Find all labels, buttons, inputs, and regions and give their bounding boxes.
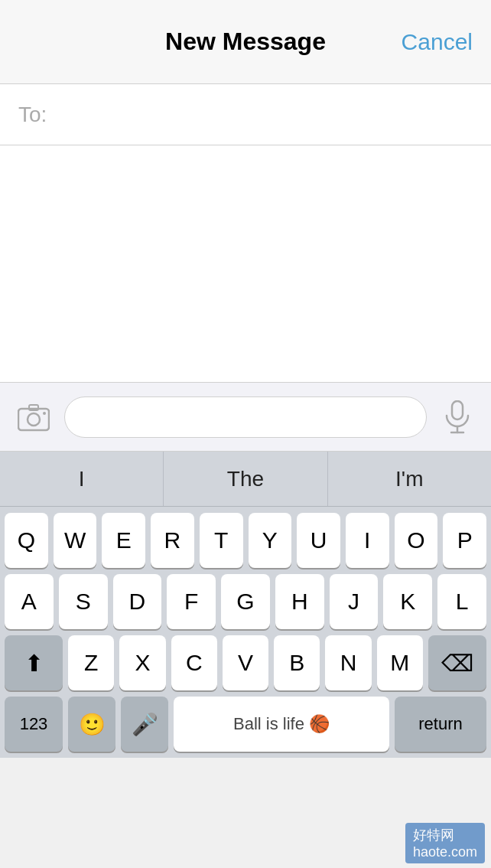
key-j[interactable]: J (330, 574, 379, 629)
to-input[interactable] (53, 103, 473, 127)
autocomplete-bar: I The I'm (0, 452, 491, 507)
key-v[interactable]: V (223, 635, 268, 690)
key-t[interactable]: T (200, 513, 243, 568)
key-row-4: 123 🙂 🎤 Ball is life 🏀 return (0, 690, 491, 758)
key-f[interactable]: F (167, 574, 216, 629)
watermark: 好特网haote.com (405, 823, 485, 863)
svg-point-1 (28, 413, 40, 426)
key-k[interactable]: K (383, 574, 432, 629)
key-d[interactable]: D (113, 574, 162, 629)
key-row-3: ⬆ ZXCVBNM⌫ (0, 629, 491, 690)
camera-icon[interactable] (14, 397, 54, 437)
cancel-button[interactable]: Cancel (402, 29, 473, 55)
return-key[interactable]: return (395, 697, 486, 752)
key-p[interactable]: P (443, 513, 486, 568)
key-b[interactable]: B (274, 635, 320, 690)
to-label: To: (18, 103, 47, 127)
key-g[interactable]: G (221, 574, 270, 629)
num-key[interactable]: 123 (5, 697, 63, 752)
key-l[interactable]: L (437, 574, 486, 629)
key-h[interactable]: H (275, 574, 324, 629)
message-input-bar[interactable] (64, 396, 427, 438)
backspace-key[interactable]: ⌫ (428, 635, 486, 690)
key-m[interactable]: M (377, 635, 423, 690)
key-q[interactable]: Q (5, 513, 48, 568)
message-body[interactable] (0, 145, 491, 383)
key-w[interactable]: W (54, 513, 97, 568)
key-c[interactable]: C (171, 635, 217, 690)
key-s[interactable]: S (59, 574, 108, 629)
key-y[interactable]: Y (249, 513, 292, 568)
key-o[interactable]: O (395, 513, 438, 568)
key-e[interactable]: E (102, 513, 145, 568)
shift-key[interactable]: ⬆ (5, 635, 63, 690)
autocomplete-item-i[interactable]: I (0, 452, 164, 506)
key-i[interactable]: I (346, 513, 389, 568)
key-n[interactable]: N (325, 635, 371, 690)
svg-rect-4 (452, 401, 463, 419)
autocomplete-item-im[interactable]: I'm (328, 452, 491, 506)
key-x[interactable]: X (119, 635, 165, 690)
toolbar (0, 383, 491, 452)
autocomplete-item-the[interactable]: The (164, 452, 327, 506)
key-row-2: ASDFGHJKL (0, 568, 491, 629)
key-u[interactable]: U (297, 513, 340, 568)
mic-icon[interactable] (437, 397, 477, 437)
mic-key[interactable]: 🎤 (121, 697, 168, 752)
to-field: To: (0, 84, 491, 145)
space-key[interactable]: Ball is life 🏀 (174, 697, 389, 752)
header: New Message Cancel (0, 0, 491, 84)
key-r[interactable]: R (151, 513, 194, 568)
key-row-1: QWERTYUIOP (0, 507, 491, 568)
keyboard: QWERTYUIOP ASDFGHJKL ⬆ ZXCVBNM⌫ 123 🙂 🎤 … (0, 507, 491, 758)
header-title: New Message (165, 28, 326, 56)
svg-point-3 (43, 412, 46, 415)
emoji-key[interactable]: 🙂 (68, 697, 115, 752)
key-z[interactable]: Z (68, 635, 114, 690)
key-a[interactable]: A (5, 574, 54, 629)
